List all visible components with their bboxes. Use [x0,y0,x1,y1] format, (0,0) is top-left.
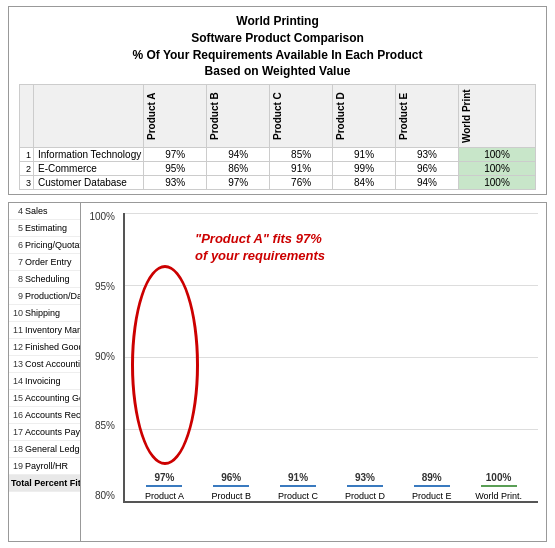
list-item: 19Payroll/HR [9,458,85,475]
list-item: 13Cost Accounti [9,356,85,373]
col-num [20,85,34,148]
list-item: 8Scheduling [9,271,85,288]
table-row: 1 Information Technology 97% 94% 85% 91%… [20,148,536,162]
bar-product-b: 96% Product B [198,472,265,501]
report-header: World Printing Software Product Comparis… [8,6,547,195]
col-world-print: World Print [458,85,535,148]
list-item: 11Inventory Mana [9,322,85,339]
x-label-a: Product A [145,491,184,501]
bar-product-c: 91% Product C [265,472,332,501]
col-product-d: Product D [333,85,396,148]
bar-chart: 100% 95% 90% 85% 80% 97% Product A [80,202,547,542]
list-item: 12Finished Good [9,339,85,356]
bar-product-e: 89% Product E [398,472,465,501]
bar-value-wp: 100% [486,472,512,483]
bar-product-d: 93% Product D [331,472,398,501]
x-label-wp: World Print. [475,491,522,501]
y-label-80: 80% [95,490,115,501]
list-item: 9Production/Dat [9,288,85,305]
bar-value-b: 96% [221,472,241,483]
y-label-100: 100% [89,211,115,222]
y-label-90: 90% [95,351,115,362]
x-label-c: Product C [278,491,318,501]
col-category [34,85,144,148]
bar-world-print: 100% World Print. [465,472,532,501]
list-item: 6Pricing/Quotati [9,237,85,254]
bar-product-a: 97% Product A [131,472,198,501]
row-labels-sidebar: 4Sales 5Estimating 6Pricing/Quotati 7Ord… [8,202,86,542]
table-row: 2 E-Commerce 95% 86% 91% 99% 96% 100% [20,162,536,176]
list-item: 15Accounting Ge [9,390,85,407]
list-item: 16Accounts Rec [9,407,85,424]
x-label-b: Product B [211,491,251,501]
total-row: Total Percent Fit [9,475,85,492]
x-label-d: Product D [345,491,385,501]
comparison-table: Product A Product B Product C Product D … [19,84,536,190]
y-axis: 100% 95% 90% 85% 80% [81,211,119,501]
list-item: 4Sales [9,203,85,220]
bar-value-a: 97% [154,472,174,483]
bar-value-d: 93% [355,472,375,483]
x-label-e: Product E [412,491,452,501]
y-label-85: 85% [95,420,115,431]
col-product-a: Product A [144,85,207,148]
col-product-e: Product E [396,85,459,148]
bar-value-e: 89% [422,472,442,483]
list-item: 14Invoicing [9,373,85,390]
y-label-95: 95% [95,281,115,292]
list-item: 7Order Entry [9,254,85,271]
list-item: 10Shipping [9,305,85,322]
col-product-b: Product B [207,85,270,148]
list-item: 17Accounts Pay [9,424,85,441]
report-title: World Printing Software Product Comparis… [19,13,536,80]
list-item: 5Estimating [9,220,85,237]
table-row: 3 Customer Database 93% 97% 76% 84% 94% … [20,176,536,190]
bar-value-c: 91% [288,472,308,483]
col-product-c: Product C [270,85,333,148]
list-item: 18General Ledge [9,441,85,458]
